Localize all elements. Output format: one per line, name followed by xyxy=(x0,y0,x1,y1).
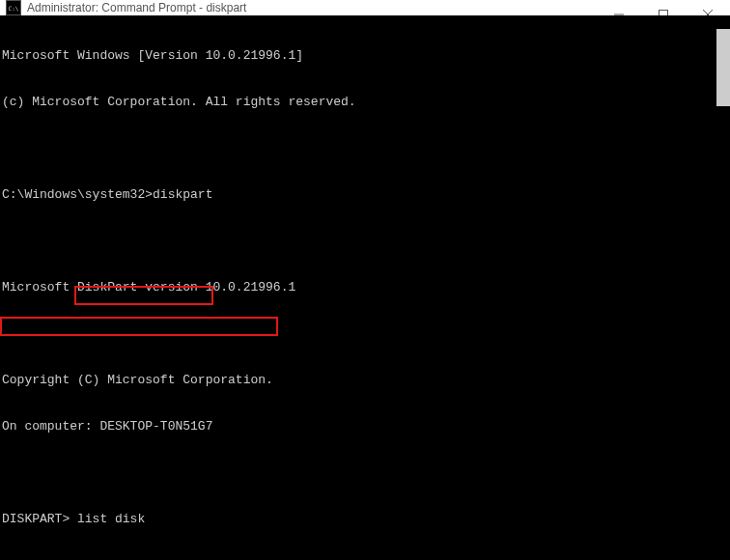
command-prompt-window: Administrator: Command Prompt - diskpart… xyxy=(0,0,730,560)
terminal-line xyxy=(2,141,730,156)
titlebar[interactable]: Administrator: Command Prompt - diskpart xyxy=(0,0,730,15)
terminal-line: On computer: DESKTOP-T0N51G7 xyxy=(2,419,730,434)
window-title: Administrator: Command Prompt - diskpart xyxy=(27,1,246,14)
scrollbar-thumb[interactable] xyxy=(716,29,730,106)
cmd-icon xyxy=(6,0,21,15)
terminal-line: (c) Microsoft Corporation. All rights re… xyxy=(2,95,730,110)
terminal-line xyxy=(2,326,730,342)
terminal-line: Microsoft DiskPart version 10.0.21996.1 xyxy=(2,280,730,295)
terminal-line: DISKPART> list disk xyxy=(2,512,730,527)
terminal-line: Copyright (C) Microsoft Corporation. xyxy=(2,373,730,388)
terminal-line xyxy=(2,234,730,249)
terminal-line: C:\Windows\system32>diskpart xyxy=(2,187,730,203)
terminal-line xyxy=(2,465,730,481)
terminal-output[interactable]: Microsoft Windows [Version 10.0.21996.1]… xyxy=(0,15,730,560)
terminal-line: Microsoft Windows [Version 10.0.21996.1] xyxy=(2,48,730,64)
